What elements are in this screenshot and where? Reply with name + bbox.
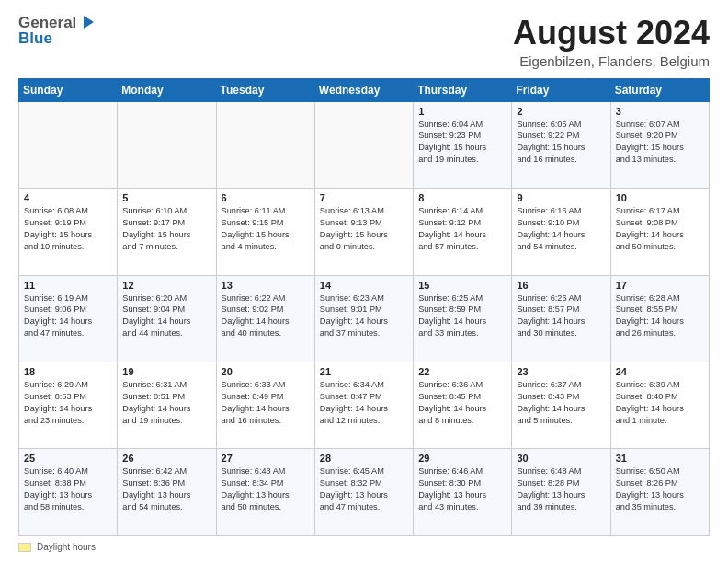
day-info: Sunrise: 6:36 AM Sunset: 8:45 PM Dayligh… <box>418 379 506 427</box>
day-number: 19 <box>122 366 210 377</box>
day-number: 10 <box>616 192 704 203</box>
calendar-cell: 4Sunrise: 6:08 AM Sunset: 9:19 PM Daylig… <box>19 189 118 275</box>
daylight-legend-label: Daylight hours <box>37 542 96 552</box>
day-number: 23 <box>517 366 605 377</box>
logo-icon <box>78 14 95 30</box>
calendar-week-row: 4Sunrise: 6:08 AM Sunset: 9:19 PM Daylig… <box>19 189 710 275</box>
calendar-cell: 18Sunrise: 6:29 AM Sunset: 8:53 PM Dayli… <box>19 362 118 449</box>
day-info: Sunrise: 6:46 AM Sunset: 8:30 PM Dayligh… <box>418 465 506 513</box>
calendar-cell <box>314 101 413 188</box>
day-number: 25 <box>24 453 112 464</box>
day-info: Sunrise: 6:08 AM Sunset: 9:19 PM Dayligh… <box>24 205 112 253</box>
day-number: 29 <box>418 453 506 464</box>
footer: Daylight hours <box>18 542 710 552</box>
subtitle: Eigenbilzen, Flanders, Belgium <box>513 53 710 69</box>
day-number: 16 <box>517 280 605 291</box>
day-info: Sunrise: 6:31 AM Sunset: 8:51 PM Dayligh… <box>122 379 210 427</box>
day-info: Sunrise: 6:25 AM Sunset: 8:59 PM Dayligh… <box>418 293 506 340</box>
calendar-cell: 28Sunrise: 6:45 AM Sunset: 8:32 PM Dayli… <box>314 449 413 536</box>
calendar-cell: 7Sunrise: 6:13 AM Sunset: 9:13 PM Daylig… <box>314 189 413 275</box>
day-number: 8 <box>418 192 506 203</box>
day-info: Sunrise: 6:22 AM Sunset: 9:02 PM Dayligh… <box>222 293 310 340</box>
day-number: 6 <box>222 192 310 203</box>
day-number: 30 <box>517 453 605 464</box>
calendar-cell <box>216 101 314 188</box>
day-number: 14 <box>320 280 408 291</box>
calendar-week-row: 11Sunrise: 6:19 AM Sunset: 9:06 PM Dayli… <box>19 275 710 362</box>
calendar-cell: 5Sunrise: 6:10 AM Sunset: 9:17 PM Daylig… <box>118 189 216 275</box>
day-info: Sunrise: 6:05 AM Sunset: 9:22 PM Dayligh… <box>517 119 605 167</box>
day-number: 3 <box>616 106 704 117</box>
calendar-day-header: Thursday <box>414 78 512 101</box>
day-info: Sunrise: 6:48 AM Sunset: 8:28 PM Dayligh… <box>517 465 605 513</box>
calendar-cell: 21Sunrise: 6:34 AM Sunset: 8:47 PM Dayli… <box>314 362 413 449</box>
calendar-cell <box>118 101 216 188</box>
day-number: 11 <box>24 280 112 291</box>
day-info: Sunrise: 6:11 AM Sunset: 9:15 PM Dayligh… <box>222 205 310 253</box>
day-number: 7 <box>320 192 408 203</box>
calendar-header: SundayMondayTuesdayWednesdayThursdayFrid… <box>19 78 710 101</box>
day-info: Sunrise: 6:34 AM Sunset: 8:47 PM Dayligh… <box>320 379 408 427</box>
svg-marker-0 <box>84 16 94 29</box>
day-number: 24 <box>616 366 704 377</box>
calendar-cell: 30Sunrise: 6:48 AM Sunset: 8:28 PM Dayli… <box>512 449 610 536</box>
day-info: Sunrise: 6:37 AM Sunset: 8:43 PM Dayligh… <box>517 379 605 427</box>
day-info: Sunrise: 6:13 AM Sunset: 9:13 PM Dayligh… <box>320 205 408 253</box>
calendar-cell: 13Sunrise: 6:22 AM Sunset: 9:02 PM Dayli… <box>216 275 314 362</box>
calendar-day-header: Monday <box>118 78 216 101</box>
calendar-day-header: Friday <box>512 78 610 101</box>
day-number: 18 <box>24 366 112 377</box>
day-number: 1 <box>418 106 506 117</box>
day-info: Sunrise: 6:17 AM Sunset: 9:08 PM Dayligh… <box>616 205 704 253</box>
day-number: 31 <box>616 453 704 464</box>
calendar-week-row: 18Sunrise: 6:29 AM Sunset: 8:53 PM Dayli… <box>19 362 710 449</box>
day-info: Sunrise: 6:50 AM Sunset: 8:26 PM Dayligh… <box>616 465 704 513</box>
calendar-day-header: Tuesday <box>216 78 314 101</box>
calendar-cell: 11Sunrise: 6:19 AM Sunset: 9:06 PM Dayli… <box>19 275 118 362</box>
calendar-cell: 3Sunrise: 6:07 AM Sunset: 9:20 PM Daylig… <box>610 101 709 188</box>
main-title: August 2024 <box>513 15 710 52</box>
calendar-cell: 10Sunrise: 6:17 AM Sunset: 9:08 PM Dayli… <box>610 189 709 275</box>
calendar-cell: 29Sunrise: 6:46 AM Sunset: 8:30 PM Dayli… <box>414 449 512 536</box>
header: General Blue August 2024 Eigenbilzen, Fl… <box>18 15 710 69</box>
day-number: 21 <box>320 366 408 377</box>
day-info: Sunrise: 6:43 AM Sunset: 8:34 PM Dayligh… <box>222 465 310 513</box>
day-info: Sunrise: 6:16 AM Sunset: 9:10 PM Dayligh… <box>517 205 605 253</box>
calendar-week-row: 25Sunrise: 6:40 AM Sunset: 8:38 PM Dayli… <box>19 449 710 536</box>
day-number: 15 <box>418 280 506 291</box>
title-block: August 2024 Eigenbilzen, Flanders, Belgi… <box>513 15 710 69</box>
day-info: Sunrise: 6:42 AM Sunset: 8:36 PM Dayligh… <box>122 465 210 513</box>
day-number: 12 <box>122 280 210 291</box>
calendar-cell: 25Sunrise: 6:40 AM Sunset: 8:38 PM Dayli… <box>19 449 118 536</box>
day-number: 26 <box>122 453 210 464</box>
day-info: Sunrise: 6:20 AM Sunset: 9:04 PM Dayligh… <box>122 293 210 340</box>
day-info: Sunrise: 6:28 AM Sunset: 8:55 PM Dayligh… <box>616 293 704 340</box>
calendar-cell: 20Sunrise: 6:33 AM Sunset: 8:49 PM Dayli… <box>216 362 314 449</box>
calendar-cell: 16Sunrise: 6:26 AM Sunset: 8:57 PM Dayli… <box>512 275 610 362</box>
calendar-cell: 22Sunrise: 6:36 AM Sunset: 8:45 PM Dayli… <box>414 362 512 449</box>
calendar-week-row: 1Sunrise: 6:04 AM Sunset: 9:23 PM Daylig… <box>19 101 710 188</box>
day-info: Sunrise: 6:40 AM Sunset: 8:38 PM Dayligh… <box>24 465 112 513</box>
day-number: 22 <box>418 366 506 377</box>
day-info: Sunrise: 6:14 AM Sunset: 9:12 PM Dayligh… <box>418 205 506 253</box>
calendar-cell: 26Sunrise: 6:42 AM Sunset: 8:36 PM Dayli… <box>118 449 216 536</box>
day-number: 28 <box>320 453 408 464</box>
day-info: Sunrise: 6:33 AM Sunset: 8:49 PM Dayligh… <box>222 379 310 427</box>
calendar-header-row: SundayMondayTuesdayWednesdayThursdayFrid… <box>19 78 710 101</box>
calendar-day-header: Saturday <box>610 78 709 101</box>
day-info: Sunrise: 6:39 AM Sunset: 8:40 PM Dayligh… <box>616 379 704 427</box>
day-number: 9 <box>517 192 605 203</box>
calendar-cell <box>19 101 118 188</box>
day-number: 13 <box>222 280 310 291</box>
day-info: Sunrise: 6:04 AM Sunset: 9:23 PM Dayligh… <box>418 119 506 167</box>
day-info: Sunrise: 6:23 AM Sunset: 9:01 PM Dayligh… <box>320 293 408 340</box>
daylight-legend-box <box>18 543 31 552</box>
day-info: Sunrise: 6:29 AM Sunset: 8:53 PM Dayligh… <box>24 379 112 427</box>
calendar-cell: 12Sunrise: 6:20 AM Sunset: 9:04 PM Dayli… <box>118 275 216 362</box>
calendar-table: SundayMondayTuesdayWednesdayThursdayFrid… <box>18 78 710 536</box>
day-number: 4 <box>24 192 112 203</box>
calendar-cell: 23Sunrise: 6:37 AM Sunset: 8:43 PM Dayli… <box>512 362 610 449</box>
calendar-cell: 15Sunrise: 6:25 AM Sunset: 8:59 PM Dayli… <box>414 275 512 362</box>
day-info: Sunrise: 6:19 AM Sunset: 9:06 PM Dayligh… <box>24 293 112 340</box>
calendar-cell: 2Sunrise: 6:05 AM Sunset: 9:22 PM Daylig… <box>512 101 610 188</box>
